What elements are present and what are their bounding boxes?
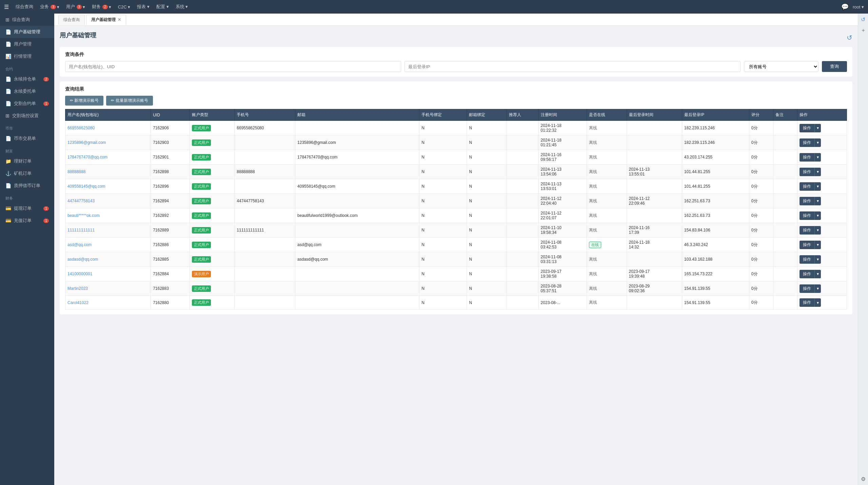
operation-dropdown[interactable]: ▾ [814,211,821,220]
sidebar-item-质押借币订单[interactable]: 📄 质押借币订单 [0,180,54,192]
operation-button[interactable]: 操作 [800,138,814,147]
cell-email: beautifulworld1999@outlook.com [295,208,419,223]
sidebar-item-充值订单[interactable]: 💳 充值订单 1 [0,214,54,227]
username-link[interactable]: 88888888 [67,169,85,174]
operation-dropdown[interactable]: ▾ [814,138,821,147]
batch-add-demo-button[interactable]: ✏ 批量新增演示账号 [106,96,153,106]
col-email: 邮箱 [295,109,419,121]
operation-dropdown[interactable]: ▾ [814,153,821,162]
cell-last-login-ip: 154.83.84.106 [682,223,749,238]
username-link[interactable]: Martin2023 [67,286,88,291]
sidebar-item-永续持仓单[interactable]: 📄 永续持仓单 2 [0,73,54,85]
operation-dropdown[interactable]: ▾ [814,241,821,249]
username-link[interactable]: 669558625080 [67,126,95,130]
cell-account-type: 演示用户 [190,267,235,281]
operation-dropdown[interactable]: ▾ [814,270,821,278]
tab-综合查询[interactable]: 综合查询 [58,15,85,25]
refresh-right-icon[interactable]: ↺ [861,16,865,23]
sidebar-item-币市交易单[interactable]: 📄 币市交易单 [0,132,54,145]
cell-online: 离线 [587,121,627,135]
tab-用户基础管理[interactable]: 用户基础管理 ✕ [86,15,126,25]
table-row: 669558625080 7162906 正式用户 669558625080 N… [65,121,847,135]
sidebar-item-综合查询[interactable]: ⊞ 综合查询 [0,14,54,26]
cell-phone [235,252,295,267]
account-type-select[interactable]: 所有账号 正式用户 演示用户 [744,61,818,72]
cell-email-bound: N [467,238,507,252]
username-link[interactable]: 111111111111 [67,228,95,232]
operation-button[interactable]: 操作 [800,124,814,132]
sidebar-item-用户基础管理[interactable]: 📄 用户基础管理 [0,26,54,38]
nav-item-综合查询[interactable]: 综合查询 [16,4,33,10]
cell-register-time: 2024-11-0803:42:53 [538,238,587,252]
cell-last-login-time: 2024-11-1814:32 [627,238,682,252]
username-link[interactable]: 1784767470@qq.com [67,155,107,160]
username-input[interactable] [65,61,401,72]
username-link[interactable]: 447447758143 [67,199,95,203]
operation-button[interactable]: 操作 [800,226,814,235]
cell-referrer [507,194,538,208]
tab-close-button[interactable]: ✕ [118,17,121,22]
operation-button[interactable]: 操作 [800,241,814,249]
sidebar-item-交割合约单[interactable]: 📄 交割合约单 1 [0,97,54,110]
cell-score: 0分 [749,296,773,310]
cell-score: 0分 [749,121,773,135]
operation-button[interactable]: 操作 [800,153,814,162]
username-link[interactable]: asdasd@qq.com [67,257,98,262]
nav-item-业务[interactable]: 业务 3 ▾ [40,4,59,10]
nav-item-财务[interactable]: 财务 2 ▾ [92,4,111,10]
badge-充值订单: 1 [43,219,49,223]
operation-button[interactable]: 操作 [800,182,814,191]
operation-dropdown[interactable]: ▾ [814,298,821,307]
sidebar-item-交割场控设置[interactable]: ⊞ 交割场控设置 [0,110,54,122]
sidebar-item-永续委托单[interactable]: 📄 永续委托单 [0,85,54,97]
username-link[interactable]: 409558145@qq.com [67,184,105,189]
cell-email-bound: N [467,296,507,310]
sidebar-item-提现订单[interactable]: 💳 提现订单 1 [0,202,54,214]
user-label[interactable]: root ▾ [853,4,864,10]
operation-button[interactable]: 操作 [800,255,814,264]
refresh-button[interactable]: ↺ [847,34,852,42]
operation-dropdown[interactable]: ▾ [814,182,821,191]
operation-button[interactable]: 操作 [800,298,814,307]
nav-item-用户[interactable]: 用户 3 ▾ [66,4,85,10]
hamburger-menu[interactable]: ☰ [4,4,9,10]
table-row: asdasd@qq.com 7162885 正式用户 asdasd@qq.com… [65,252,847,267]
nav-item-报表[interactable]: 报表 ▾ [137,4,150,10]
tab-label-active: 用户基础管理 [91,17,116,23]
nav-item-c2c[interactable]: C2C ▾ [118,4,131,10]
operation-button[interactable]: 操作 [800,168,814,176]
query-button[interactable]: 查询 [822,61,847,72]
operation-dropdown[interactable]: ▾ [814,124,821,132]
username-link[interactable]: 14100000001 [67,272,92,276]
gear-right-icon[interactable]: ⚙ [861,476,866,482]
operation-button[interactable]: 操作 [800,270,814,278]
add-demo-account-button[interactable]: ✏ 新增演示账号 [65,96,103,106]
chat-icon[interactable]: 💬 [841,3,849,11]
ip-input[interactable] [405,61,741,72]
sidebar-item-矿机订单[interactable]: ⚓ 矿机订单 [0,167,54,180]
account-type-tag: 正式用户 [192,183,211,190]
cell-phone-bound: N [419,150,467,165]
username-link[interactable]: Carol41022 [67,300,88,305]
username-link[interactable]: beauti*****ok.com [67,213,100,218]
username-link[interactable]: asd@qq.com [67,242,92,247]
sidebar-item-行情管理[interactable]: 📊 行情管理 [0,50,54,62]
operation-dropdown[interactable]: ▾ [814,226,821,235]
nav-item-系统[interactable]: 系统 ▾ [176,4,188,10]
operation-dropdown[interactable]: ▾ [814,168,821,176]
cell-email [295,121,419,135]
operation-button[interactable]: 操作 [800,197,814,205]
cell-referrer [507,223,538,238]
status-offline-label: 离线 [589,155,597,160]
nav-item-配置[interactable]: 配置 ▾ [156,4,169,10]
operation-dropdown[interactable]: ▾ [814,255,821,264]
plus-right-icon[interactable]: ＋ [861,27,866,34]
operation-dropdown[interactable]: ▾ [814,284,821,293]
operation-button[interactable]: 操作 [800,284,814,293]
doc-icon-2: 📄 [5,41,11,47]
operation-dropdown[interactable]: ▾ [814,197,821,205]
sidebar-item-理财订单[interactable]: 📁 理财订单 [0,155,54,167]
operation-button[interactable]: 操作 [800,211,814,220]
username-link[interactable]: 1235896@gmail.com [67,140,106,145]
sidebar-item-用户管理[interactable]: 📄 用户管理 [0,38,54,50]
